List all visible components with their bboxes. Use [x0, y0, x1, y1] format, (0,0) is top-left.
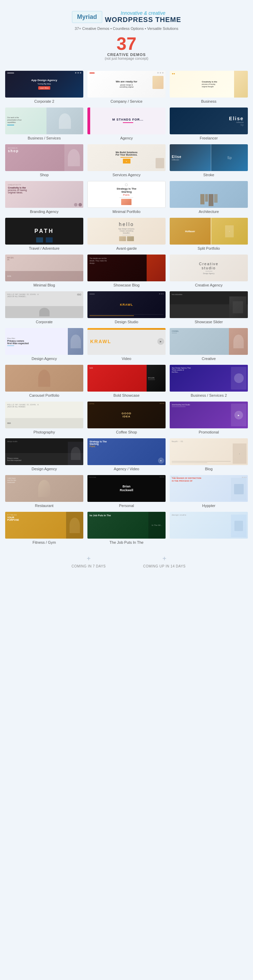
demo-carousel[interactable]: Carousel Portfolio	[5, 365, 83, 398]
demo-label-travel: Travel / Adventure	[29, 246, 59, 250]
demo-label-agency-video: Agency / Video	[114, 467, 139, 471]
demo-thumb-bold[interactable]: NYLION bold	[87, 365, 166, 391]
demo-thumb-minimal-blog[interactable]: EM QUL AT.. DON	[5, 255, 83, 281]
demo-shop[interactable]: WOMEN shop Shop	[5, 144, 83, 177]
demo-coffee[interactable]: GOOD IDEA COFFEE Coffee Shop	[87, 402, 166, 434]
demo-thumb-photography[interactable]: HELLO MY NAME IS JOHN. A JACK OF ALL TRA…	[5, 402, 83, 428]
demo-business-services[interactable]: Our work is thepresentation of ourcapabi…	[5, 108, 83, 140]
demo-label-video: Video	[122, 356, 131, 361]
demo-thumb-design-agency2[interactable]: design studio Privacy comesfirst than ex…	[5, 438, 83, 465]
demo-thumb-creative[interactable]: CHANEL	[170, 328, 248, 355]
demo-thumb-business[interactable]: ●● Creativity is theprocess of havingori…	[170, 71, 248, 97]
demo-creative-agency[interactable]: Creative studio Design Agency Creative A…	[170, 255, 248, 287]
demo-company[interactable]: We are ready forgreater design &somethin…	[87, 71, 166, 103]
demo-blog[interactable]: NapKi - 01 ▪ Blog	[170, 438, 248, 471]
demo-stroke[interactable]: Elise reflector Sp Stroke	[170, 144, 248, 177]
demo-avant[interactable]: hello App design company. Create somethi…	[87, 218, 166, 250]
demo-design-agency[interactable]: Elise Allen Privacy comesfirst than expe…	[5, 328, 83, 361]
demo-promotional[interactable]: downloading trial Studio ▶ Promotional	[170, 402, 248, 434]
demo-thumb-showcase-slider[interactable]: kna industries	[170, 291, 248, 318]
demo-thumb-coffee[interactable]: GOOD IDEA COFFEE	[87, 402, 166, 428]
demo-count-area: 37 CREATIVE DEMOS (not just homepage con…	[7, 35, 246, 60]
demo-services-agency[interactable]: We Build Solutions For Your Business. ► …	[87, 144, 166, 177]
demo-agency[interactable]: M STANDS FOR... Agency	[87, 108, 166, 140]
demo-thumb-video[interactable]: KRAWL ►	[87, 328, 166, 355]
demo-thumb-freelancer[interactable]: Elise reflector Sp	[170, 108, 248, 134]
demo-photography[interactable]: HELLO MY NAME IS JOHN. A JACK OF ALL TRA…	[5, 402, 83, 434]
demo-branding[interactable]: CREATIVITY Creativity is the process of …	[5, 181, 83, 214]
demo-design-studio[interactable]: KRAWL Design Studio	[87, 291, 166, 324]
demo-travel[interactable]: PATH Travel / Adventure	[5, 218, 83, 250]
demo-video[interactable]: KRAWL ► Video	[87, 328, 166, 361]
demo-label-design-agency2: Design Agency	[32, 467, 57, 471]
demo-architecture[interactable]: Architecture	[170, 181, 248, 214]
demo-bold[interactable]: NYLION bold Bold Showcase	[87, 365, 166, 398]
demo-restaurant[interactable]: I only havetime for thisrestaurant Resta…	[5, 475, 83, 508]
demo-label-creative: Creative	[202, 356, 216, 361]
demo-thumb-services-agency[interactable]: We Build Solutions For Your Business. ►	[87, 144, 166, 171]
demo-thumb-agency[interactable]: M STANDS FOR...	[87, 108, 166, 134]
demo-thumb-promotional[interactable]: downloading trial Studio ▶	[170, 402, 248, 428]
demo-label-freelancer: Freelancer	[200, 136, 218, 140]
demo-thumb-creative-agency[interactable]: Creative studio Design Agency	[170, 255, 248, 281]
demo-thumb-showcase-blog[interactable]: The details are not thedetails. They mak…	[87, 255, 166, 281]
demo-corporate[interactable]: HELLO MY NAME IS JOHN. A JACK OF ALL TRA…	[5, 291, 83, 324]
demo-corporate2[interactable]: App Design AgencyTurning Big Ideas Learn…	[5, 71, 83, 103]
demo-thumb-corporate[interactable]: HELLO MY NAME IS JOHN. A JACK OF ALL TRA…	[5, 291, 83, 318]
demo-coming3: design studio	[170, 512, 248, 544]
demo-showcase-blog[interactable]: The details are not thedetails. They mak…	[87, 255, 166, 287]
demo-thumb-corporate2[interactable]: App Design AgencyTurning Big Ideas Learn…	[5, 71, 83, 97]
demo-thumb-split[interactable]: Hoftauer ▪	[170, 218, 248, 245]
demo-thumb-agency-video[interactable]: Strategy Is The Starting Point. ►	[87, 438, 166, 465]
demo-thumb-architecture[interactable]	[170, 181, 248, 208]
demo-label-stroke: Stroke	[203, 173, 215, 177]
demo-personal[interactable]: Brian Rockwell PERSONAL Personal	[87, 475, 166, 508]
demo-thumb-company[interactable]: We are ready forgreater design &somethin…	[87, 71, 166, 97]
demo-thumb-hyp[interactable]: THE MAKER OF DISTINCTIONIS THE PROCESS O…	[170, 475, 248, 502]
demo-business[interactable]: ●● Creativity is theprocess of havingori…	[170, 71, 248, 103]
demo-label-services-agency: Services Agency	[112, 173, 141, 177]
demo-thumb-carousel[interactable]	[5, 365, 83, 391]
demo-thumb-business-services[interactable]: Our work is thepresentation of ourcapabi…	[5, 108, 83, 134]
demo-thumb-travel[interactable]: PATH	[5, 218, 83, 245]
demo-fitness[interactable]: FITNESS YOURPURPOSE Fitness / Gym	[5, 512, 83, 544]
demo-split[interactable]: Hoftauer ▪ Split Portfolio	[170, 218, 248, 250]
demo-freelancer[interactable]: Elise reflector Sp Freelancer	[170, 108, 248, 140]
demo-thumb-shop[interactable]: WOMEN shop	[5, 144, 83, 171]
demo-thumb-design-agency[interactable]: Elise Allen Privacy comesfirst than expe…	[5, 328, 83, 355]
demo-label-business2: Business / Services 2	[191, 393, 227, 398]
coming-item-1: + COMING IN 7 DAYS	[54, 555, 123, 568]
demo-business2[interactable]: App Design Agency That Think outside of …	[170, 365, 248, 398]
demo-thumb-blog[interactable]: NapKi - 01 ▪	[170, 438, 248, 465]
demo-agency-video[interactable]: Strategy Is The Starting Point. ► Agency…	[87, 438, 166, 471]
demo-thumb-personal[interactable]: Brian Rockwell PERSONAL	[87, 475, 166, 502]
demo-label-architecture: Architecture	[199, 210, 219, 214]
demo-minimal-portfolio[interactable]: Strategy is The Starting Point. Minimal …	[87, 181, 166, 214]
demo-thumb-branding[interactable]: CREATIVITY Creativity is the process of …	[5, 181, 83, 208]
demo-thumb-avant[interactable]: hello App design company. Create somethi…	[87, 218, 166, 245]
plus-icon-1: +	[87, 555, 91, 563]
demo-thumb-restaurant[interactable]: I only havetime for thisrestaurant	[5, 475, 83, 502]
demo-label-creative-agency: Creative Agency	[195, 283, 223, 287]
logo: Myriad	[72, 11, 102, 23]
header-subtitle: 37+ Creative Demos • Countless Options •…	[7, 27, 246, 30]
demo-thumb-job[interactable]: he Job Puts In The In The Wi...	[87, 512, 166, 539]
demo-creative[interactable]: CHANEL Creative	[170, 328, 248, 361]
coming-label-2: COMING UP IN 14 DAYS	[143, 564, 186, 568]
demo-label-minimal-portfolio: Minimal Portfolio	[112, 210, 141, 214]
demo-thumb-business2[interactable]: App Design Agency That Think outside of …	[170, 365, 248, 391]
demo-minimal-blog[interactable]: EM QUL AT.. DON Minimal Blog	[5, 255, 83, 287]
demo-showcase-slider[interactable]: kna industries Showcase Slider	[170, 291, 248, 324]
demo-job[interactable]: he Job Puts In The In The Wi... The Job …	[87, 512, 166, 544]
demo-thumb-stroke[interactable]: Elise reflector Sp	[170, 144, 248, 171]
demo-design-agency2[interactable]: design studio Privacy comesfirst than ex…	[5, 438, 83, 471]
demo-label-corporate2: Corporate 2	[34, 99, 54, 103]
demo-hyp[interactable]: THE MAKER OF DISTINCTIONIS THE PROCESS O…	[170, 475, 248, 508]
demo-label-agency: Agency	[120, 136, 133, 140]
demo-thumb-design-studio[interactable]: KRAWL	[87, 291, 166, 318]
coming-item-2: + COMING UP IN 14 DAYS	[130, 555, 199, 568]
demo-thumb-fitness[interactable]: FITNESS YOURPURPOSE	[5, 512, 83, 539]
demo-label-split: Split Portfolio	[198, 246, 220, 250]
demo-thumb-minimal-portfolio[interactable]: Strategy is The Starting Point.	[87, 181, 166, 208]
demo-label-carousel: Carousel Portfolio	[29, 393, 59, 398]
